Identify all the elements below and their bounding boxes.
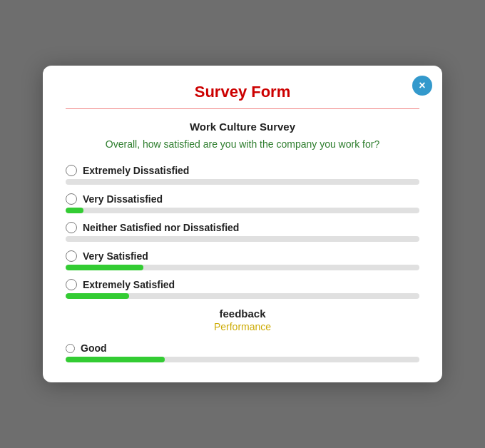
option-row-3: Neither Satisfied nor Dissatisfied [66,222,419,233]
feedback-category: Performance [66,321,419,332]
good-progress-bar [66,357,419,362]
option-row-2: Very Dissatisfied [66,193,419,205]
radio-neither[interactable] [66,222,77,233]
option-label-5[interactable]: Extremely Satisfied [83,279,175,290]
modal-title: Survey Form [66,83,419,101]
option-label-2[interactable]: Very Dissatisfied [83,193,163,205]
radio-extremely-satisfied[interactable] [66,279,77,290]
survey-title: Work Culture Survey [66,121,419,133]
progress-bar-2 [66,208,419,213]
option-row-4: Very Satisfied [66,250,419,262]
progress-fill-4 [66,265,143,270]
option-row-5: Extremely Satisfied [66,279,419,290]
close-button[interactable]: × [412,76,432,96]
progress-bar-5 [66,293,419,299]
option-label-3[interactable]: Neither Satisfied nor Dissatisfied [83,222,239,233]
good-progress-fill [66,357,165,362]
feedback-section: feedback Performance [66,307,419,332]
radio-extremely-dissatisfied[interactable] [66,165,77,176]
progress-fill-5 [66,293,129,299]
modal-header: Survey Form [66,83,419,101]
header-divider [66,108,419,109]
option-row-1: Extremely Dissatisfied [66,165,419,176]
good-option-row: Good [66,342,419,354]
survey-question: Overall, how satisfied are you with the … [66,137,419,152]
progress-bar-1 [66,179,419,185]
option-label-1[interactable]: Extremely Dissatisfied [83,165,189,176]
good-label[interactable]: Good [81,342,107,354]
progress-bar-3 [66,236,419,242]
progress-fill-2 [66,208,83,213]
progress-bar-4 [66,265,419,270]
option-label-4[interactable]: Very Satisfied [83,250,148,262]
survey-modal: × Survey Form Work Culture Survey Overal… [43,66,442,382]
radio-very-dissatisfied[interactable] [66,193,77,205]
radio-very-satisfied[interactable] [66,250,77,262]
feedback-label: feedback [66,307,419,320]
radio-good[interactable] [66,344,75,353]
